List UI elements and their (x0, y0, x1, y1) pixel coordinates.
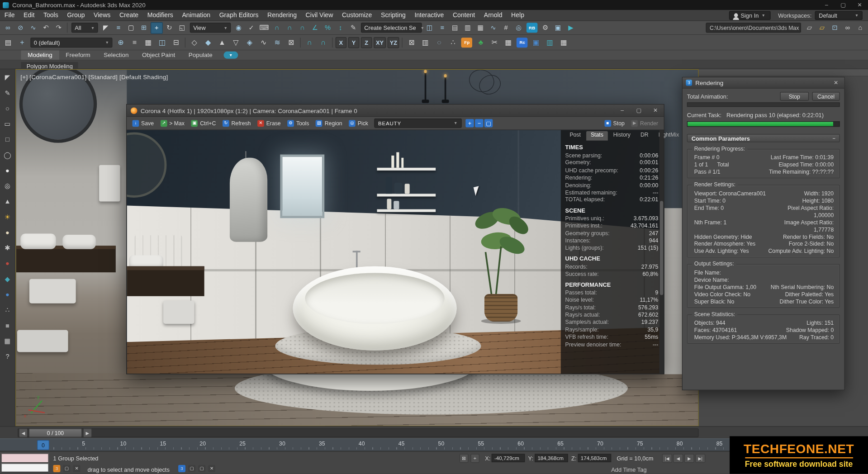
tab-object-paint[interactable]: Object Paint (135, 50, 182, 60)
corona-app-icon[interactable]: 3 (178, 465, 185, 472)
time-slider-track[interactable] (18, 428, 698, 437)
render-production-icon[interactable]: ▶ (564, 22, 577, 33)
corona-window2-icon[interactable]: ▢ (198, 465, 205, 472)
menu-item[interactable]: Animation (178, 10, 215, 20)
max-close-icon[interactable]: ✕ (73, 465, 81, 472)
scrollbar-thumb[interactable] (660, 201, 663, 295)
poly-mode-icon[interactable]: ◇ (188, 36, 201, 49)
keyboard-override-icon[interactable]: ⌨ (258, 22, 270, 33)
zoom-fit-button[interactable]: ▢ (484, 119, 493, 127)
snap-3d-icon[interactable]: ∩ (296, 22, 308, 33)
snap-toggle2-icon[interactable]: ∩ (317, 36, 330, 49)
rail-clone-icon[interactable]: Rc (517, 38, 527, 47)
y-coord-field[interactable]: 184,368cm (535, 454, 568, 462)
previous-frame-arrow[interactable]: ◀ (19, 428, 28, 437)
workspaces-dropdown[interactable]: Default ▼ (815, 11, 863, 20)
add-to-layer-icon[interactable]: ⊕ (114, 36, 127, 49)
current-frame-marker[interactable]: 0 (37, 440, 49, 450)
sign-in-button[interactable]: Sign In ▼ (729, 11, 770, 20)
selection-filter-dropdown[interactable]: All▼ (71, 23, 98, 33)
render-batch-icon[interactable]: RB (526, 23, 537, 33)
ring-shape-icon[interactable]: ◯ (2, 149, 13, 160)
vfb-scrollbar[interactable] (659, 130, 664, 374)
project-path-field[interactable]: C:\Users\onero\Documents\3ds Max 2020 (706, 23, 801, 33)
refresh-button[interactable]: ↻ Refresh (220, 119, 254, 128)
schematic-view-icon[interactable]: # (500, 22, 512, 33)
axis-y-button[interactable]: Y (348, 37, 359, 47)
vertex-mode-icon[interactable]: ◆ (201, 36, 214, 49)
select-and-link-icon[interactable]: ∞ (2, 22, 14, 33)
menu-item[interactable]: Help (507, 10, 529, 20)
menu-item[interactable]: Views (89, 10, 115, 20)
snowflake-icon[interactable]: ✱ (2, 242, 13, 253)
element-mode-icon[interactable]: ◈ (243, 36, 256, 49)
sphere-cream-icon[interactable]: ● (2, 227, 13, 238)
angle-snap-icon[interactable]: ∠ (309, 22, 321, 33)
new-folder-icon[interactable]: ▱ (803, 22, 816, 33)
bind-to-space-warp-icon[interactable]: ∿ (27, 22, 39, 33)
tab-dr[interactable]: DR (636, 131, 653, 141)
menu-item[interactable]: Arnold (479, 10, 507, 20)
home-folder-icon[interactable]: ⌂ (854, 22, 866, 33)
axis-x-button[interactable]: X (336, 37, 346, 47)
zoom-in-button[interactable]: + (465, 119, 474, 127)
render-setup-icon[interactable]: ⚙ (539, 22, 551, 33)
menu-item[interactable]: Content (448, 10, 479, 20)
select-cursor-icon[interactable]: ◤ (2, 72, 13, 83)
menu-item[interactable]: File (0, 10, 19, 20)
curve-editor-icon[interactable]: ∿ (487, 22, 499, 33)
menu-item[interactable]: Civil View (301, 10, 337, 20)
snap-25d-icon[interactable]: ∩ (284, 22, 296, 33)
tab-modeling[interactable]: Modeling (21, 50, 59, 60)
minimize-button[interactable]: – (818, 0, 835, 10)
select-and-move-icon[interactable]: + (151, 22, 163, 33)
tab-freeform[interactable]: Freeform (59, 50, 97, 60)
stop-render-button[interactable]: ■ Stop (602, 119, 627, 128)
time-slider-thumb[interactable]: 0 / 100 (29, 428, 82, 437)
rendered-frame-icon[interactable]: ▣ (552, 22, 564, 33)
ribbon-minimize-button[interactable]: ▼ (223, 52, 238, 59)
dialog-close-icon[interactable]: ✕ (831, 80, 841, 85)
scene-explorer-icon[interactable]: ▤ (449, 22, 461, 33)
x-coord-field[interactable]: -40,729cm (492, 454, 525, 462)
snap-2d-icon[interactable]: ∩ (270, 22, 283, 33)
vfb-maximize-button[interactable]: ▢ (631, 104, 647, 117)
mirror-icon[interactable]: ◫ (423, 22, 436, 33)
box-shape-icon[interactable]: □ (2, 134, 13, 145)
blue-frame-icon[interactable]: ▣ (530, 36, 543, 49)
dialog-stop-button[interactable]: Stop (780, 92, 809, 101)
menu-item[interactable]: Rendering (263, 10, 301, 20)
axis-xy-button[interactable]: XY (374, 37, 386, 47)
select-object-icon[interactable]: ◤ (100, 22, 112, 33)
plane-shape-icon[interactable]: ▭ (2, 118, 13, 129)
add-time-tag[interactable]: Add Time Tag (611, 466, 646, 473)
symmetry-icon[interactable]: ⊠ (285, 36, 298, 49)
tab-populate[interactable]: Populate (182, 50, 219, 60)
array-tool-icon[interactable]: ⊠ (405, 36, 418, 49)
edge-mode-icon[interactable]: ▲ (215, 36, 228, 49)
menu-item[interactable]: Interactive (410, 10, 449, 20)
pick-button[interactable]: ◎ Pick (346, 119, 371, 128)
redo-button[interactable]: ↷ (52, 22, 65, 33)
undo-button[interactable]: ↶ (40, 22, 52, 33)
help-icon[interactable]: ? (2, 351, 13, 362)
forest-pack-icon[interactable]: Fp (461, 38, 472, 47)
layer-dropdown[interactable]: 0 (default)▼ (30, 38, 112, 47)
tab-selection[interactable]: Selection (97, 50, 136, 60)
select-by-name-icon[interactable]: ≡ (112, 22, 124, 33)
snap-toggle-icon[interactable]: ∩ (303, 36, 316, 49)
unlink-selection-icon[interactable]: ⊘ (14, 22, 27, 33)
material-red-icon[interactable]: ● (2, 258, 13, 269)
select-and-rotate-icon[interactable]: ↻ (163, 22, 175, 33)
region-button[interactable]: ▧ Region (313, 119, 345, 128)
absolute-offset-icon[interactable]: + (470, 454, 479, 463)
viewport-label[interactable]: [+] [CoronaCamera001] [Standard] [Defaul… (20, 74, 168, 81)
menu-item[interactable]: Tools (39, 10, 62, 20)
macro-recorder-field[interactable] (1, 453, 48, 463)
copy-button[interactable]: ▣ Ctrl+C (189, 119, 219, 128)
select-and-manipulate-icon[interactable]: ✓ (245, 22, 257, 33)
window-crossing-icon[interactable]: ⊞ (138, 22, 150, 33)
named-selection-dropdown[interactable]: Create Selection Se▼ (361, 23, 422, 33)
dots-icon[interactable]: ∴ (2, 304, 13, 315)
diamond-teal-icon[interactable]: ◆ (2, 274, 13, 284)
